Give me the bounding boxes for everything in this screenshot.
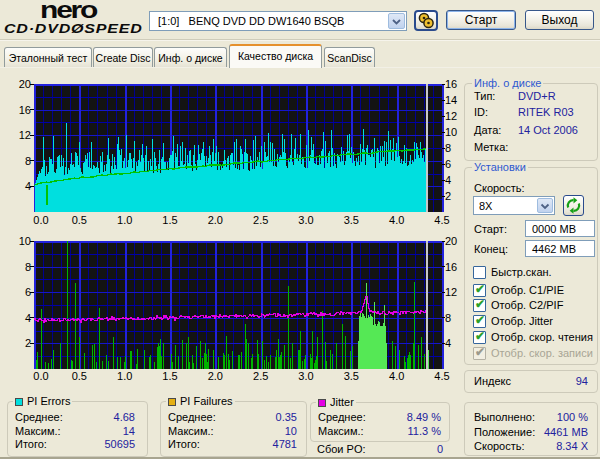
svg-text:2.5: 2.5: [253, 214, 268, 226]
svg-text:12: 12: [445, 110, 457, 122]
svg-text:4.0: 4.0: [389, 214, 404, 226]
svg-text:4: 4: [445, 174, 451, 186]
svg-text:0.0: 0.0: [33, 214, 48, 226]
svg-text:4: 4: [25, 312, 31, 324]
svg-text:1.5: 1.5: [162, 370, 177, 382]
svg-text:4.0: 4.0: [389, 370, 404, 382]
svg-text:2: 2: [25, 337, 31, 349]
svg-text:1.5: 1.5: [162, 214, 177, 226]
svg-text:4: 4: [25, 180, 31, 192]
svg-text:4: 4: [445, 337, 451, 349]
svg-text:2.0: 2.0: [208, 370, 223, 382]
svg-text:16: 16: [445, 78, 457, 90]
svg-text:12: 12: [19, 129, 31, 141]
svg-text:1.0: 1.0: [117, 370, 132, 382]
svg-text:6: 6: [445, 158, 451, 170]
svg-text:16: 16: [19, 104, 31, 116]
svg-text:8: 8: [445, 312, 451, 324]
svg-text:2.0: 2.0: [208, 214, 223, 226]
svg-text:8: 8: [445, 142, 451, 154]
svg-text:4.5: 4.5: [434, 214, 449, 226]
svg-text:8: 8: [25, 261, 31, 273]
svg-text:6: 6: [25, 286, 31, 298]
svg-text:16: 16: [445, 261, 457, 273]
svg-text:3.5: 3.5: [344, 370, 359, 382]
svg-text:10: 10: [445, 126, 457, 138]
svg-text:8: 8: [25, 155, 31, 167]
svg-text:10: 10: [19, 235, 31, 247]
svg-text:2.5: 2.5: [253, 370, 268, 382]
svg-text:3.0: 3.0: [298, 214, 313, 226]
svg-text:4.5: 4.5: [434, 370, 449, 382]
svg-text:0.5: 0.5: [72, 370, 87, 382]
svg-text:20: 20: [445, 235, 457, 247]
svg-text:3.5: 3.5: [344, 214, 359, 226]
svg-text:1.0: 1.0: [117, 214, 132, 226]
svg-text:14: 14: [445, 94, 457, 106]
svg-text:20: 20: [19, 78, 31, 90]
svg-text:2: 2: [445, 190, 451, 202]
svg-text:12: 12: [445, 286, 457, 298]
svg-text:0.0: 0.0: [33, 370, 48, 382]
svg-text:3.0: 3.0: [298, 370, 313, 382]
svg-text:0.5: 0.5: [72, 214, 87, 226]
